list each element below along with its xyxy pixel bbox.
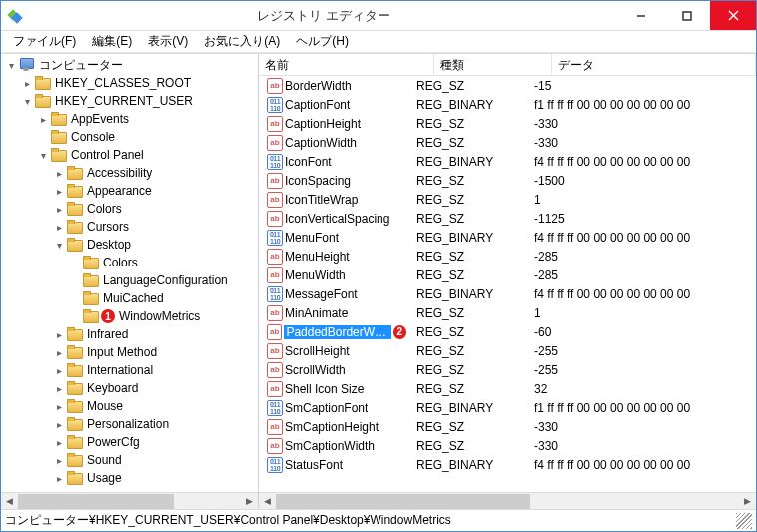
tree-item[interactable]: ▸ International [1,361,258,379]
close-button[interactable] [710,1,756,30]
tree-item[interactable]: ▸ Keyboard [1,379,258,397]
list-row[interactable]: abPaddedBorderWidth2 REG_SZ -60 [259,322,756,341]
scroll-left-icon[interactable]: ◀ [259,493,276,510]
list-row[interactable]: 011110MenuFont REG_BINARY f4 ff ff ff 00… [259,228,756,247]
tree-item[interactable]: ▸ Sound [1,451,258,469]
tree-item[interactable]: ▸ Input Method [1,343,258,361]
expander-icon[interactable]: ▸ [51,204,67,215]
tree-item[interactable]: ▸ PowerCfg [1,433,258,451]
list-row[interactable]: abCaptionWidth REG_SZ -330 [259,133,756,152]
expander-icon[interactable]: ▸ [35,114,51,125]
menu-favorites[interactable]: お気に入り(A) [196,30,288,53]
list-row[interactable]: abScrollHeight REG_SZ -255 [259,341,756,360]
list-row[interactable]: abShell Icon Size REG_SZ 32 [259,379,756,398]
string-value-icon: ab [267,135,283,151]
list-scroll-thumb[interactable] [276,494,530,509]
tree-item[interactable]: ▸ Accessibility [1,164,258,182]
expander-icon[interactable]: ▸ [51,473,67,484]
list-row[interactable]: abSmCaptionWidth REG_SZ -330 [259,436,756,455]
tree-item[interactable]: ▸ AppEvents [1,110,258,128]
tree-item[interactable]: Colors [1,254,258,271]
list-row[interactable]: abCaptionHeight REG_SZ -330 [259,114,756,133]
tree-item[interactable]: ▾ Desktop [1,236,258,254]
tree-item[interactable]: ▾ HKEY_CURRENT_USER [1,92,258,110]
tree-scroll-thumb[interactable] [18,494,174,509]
list-row[interactable]: 011110StatusFont REG_BINARY f4 ff ff ff … [259,455,756,474]
menu-view[interactable]: 表示(V) [140,30,196,53]
tree-item[interactable]: MuiCached [1,289,258,307]
tree-item[interactable]: ▸ HKEY_CLASSES_ROOT [1,74,258,92]
expander-icon[interactable]: ▸ [51,401,67,412]
expander-icon[interactable]: ▸ [19,78,35,89]
list-row[interactable]: abIconSpacing REG_SZ -1500 [259,171,756,190]
col-name[interactable]: 名前 [259,54,434,75]
tree-item[interactable]: ▸ Infrared [1,325,258,343]
tree-label: Sound [85,453,124,467]
expander-icon[interactable]: ▾ [3,60,19,71]
tree-item[interactable]: ▸ Cursors [1,218,258,236]
expander-icon[interactable]: ▸ [51,419,67,430]
list-hscrollbar[interactable]: ◀ ▶ [259,492,756,509]
col-type[interactable]: 種類 [434,54,552,75]
expander-icon[interactable]: ▾ [19,96,35,107]
maximize-button[interactable] [664,1,710,30]
expander-icon[interactable]: ▸ [51,455,67,466]
expander-icon[interactable]: ▸ [51,365,67,376]
scroll-right-icon[interactable]: ▶ [739,493,756,510]
expander-icon[interactable]: ▸ [51,383,67,394]
value-type: REG_SZ [412,136,530,150]
tree-item[interactable]: Console [1,128,258,146]
tree-item[interactable]: ▸ Mouse [1,397,258,415]
list-row[interactable]: 011110SmCaptionFont REG_BINARY f1 ff ff … [259,398,756,417]
list-row[interactable]: 011110MessageFont REG_BINARY f4 ff ff ff… [259,284,756,303]
menu-file[interactable]: ファイル(F) [5,30,84,53]
tree-item[interactable]: ▸ Appearance [1,182,258,200]
list-row[interactable]: abMenuHeight REG_SZ -285 [259,247,756,266]
tree-item[interactable]: ▸ Usage [1,469,258,487]
value-name: IconTitleWrap [285,193,358,207]
expander-icon[interactable]: ▾ [51,240,67,251]
value-type: REG_BINARY [412,458,530,472]
scroll-left-icon[interactable]: ◀ [1,493,18,510]
tree-scroll[interactable]: ▾ コンピューター ▸ HKEY_CLASSES_ROOT ▾ HKEY_CUR… [1,54,258,492]
value-type: REG_SZ [412,212,530,226]
list-row[interactable]: abIconTitleWrap REG_SZ 1 [259,190,756,209]
list-row[interactable]: 011110IconFont REG_BINARY f4 ff ff ff 00… [259,152,756,171]
tree-item[interactable]: ▸ Colors [1,200,258,218]
list-row[interactable]: abBorderWidth REG_SZ -15 [259,76,756,95]
list-row[interactable]: abMinAnimate REG_SZ 1 [259,303,756,322]
list-row[interactable]: abSmCaptionHeight REG_SZ -330 [259,417,756,436]
tree-item[interactable]: ▾ コンピューター [1,56,258,74]
expander-icon[interactable]: ▸ [51,347,67,358]
value-type: REG_SZ [412,79,530,93]
list-row[interactable]: abMenuWidth REG_SZ -285 [259,266,756,284]
menu-edit[interactable]: 編集(E) [84,30,140,53]
value-data: -60 [530,325,756,339]
list-row[interactable]: abScrollWidth REG_SZ -255 [259,360,756,379]
expander-icon[interactable]: ▸ [51,186,67,197]
resize-grip-icon[interactable] [736,513,752,529]
expander-icon[interactable]: ▸ [51,168,67,179]
minimize-button[interactable] [618,1,664,30]
expander-icon[interactable]: ▸ [51,437,67,448]
list-row[interactable]: abIconVerticalSpacing REG_SZ -1125 [259,209,756,228]
tree-item[interactable]: 1WindowMetrics [1,307,258,325]
tree-item[interactable]: ▾ Control Panel [1,146,258,164]
expander-icon[interactable]: ▸ [51,222,67,233]
value-data: f4 ff ff ff 00 00 00 00 00 00 00 [530,287,756,301]
list-scroll-track[interactable] [276,493,739,510]
string-value-icon: ab [267,211,283,227]
tree-item[interactable]: ▸ Personalization [1,415,258,433]
list-row[interactable]: 011110CaptionFont REG_BINARY f1 ff ff ff… [259,95,756,114]
tree-item[interactable]: LanguageConfiguration [1,271,258,289]
expander-icon[interactable]: ▾ [35,150,51,161]
col-data[interactable]: データ [552,54,756,75]
scroll-right-icon[interactable]: ▶ [241,493,258,510]
tree-scroll-track[interactable] [18,493,241,510]
list-body[interactable]: abBorderWidth REG_SZ -15 011110CaptionFo… [259,76,756,492]
tree-hscrollbar[interactable]: ◀ ▶ [1,492,258,509]
value-type: REG_BINARY [412,98,530,112]
expander-icon[interactable]: ▸ [51,329,67,340]
menu-help[interactable]: ヘルプ(H) [288,30,357,53]
titlebar[interactable]: レジストリ エディター [1,1,756,31]
